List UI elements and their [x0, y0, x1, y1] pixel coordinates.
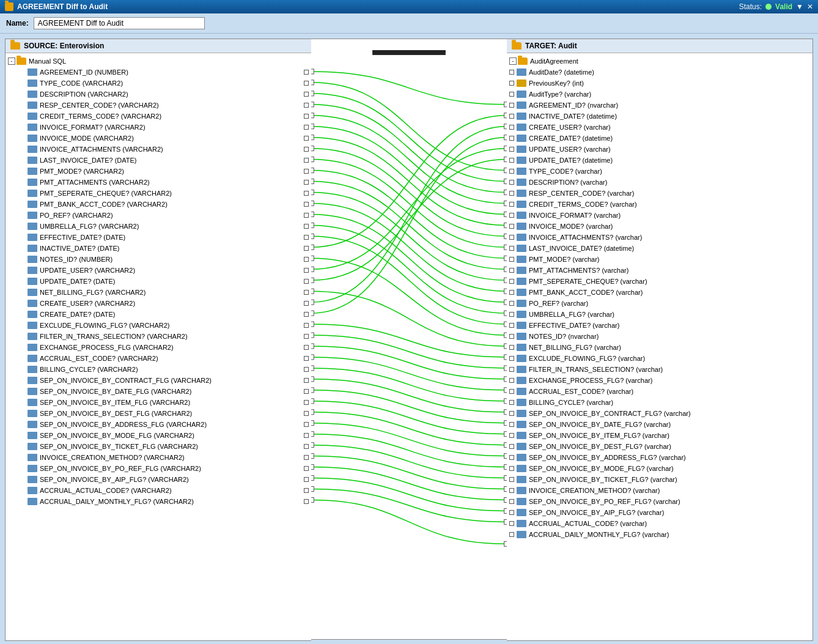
field-icon [517, 333, 526, 340]
source-field-item: UPDATE_DATE? (DATE) [6, 276, 311, 287]
close-icon[interactable]: ✕ [807, 2, 813, 11]
connector-dot-left [509, 136, 514, 141]
field-label: RESP_CENTER_CODE? (VARCHAR2) [40, 102, 159, 109]
connector-dot-left [509, 367, 514, 372]
field-label: UMBRELLA_FLG? (varchar) [529, 311, 614, 318]
field-label: SEP_ON_INVOICE_BY_CONTRACT_FLG? (varchar… [529, 410, 691, 417]
connector-dot-left [509, 125, 514, 130]
source-field-item: PMT_BANK_ACCT_CODE? (VARCHAR2) [6, 199, 311, 210]
source-field-item: SEP_ON_INVOICE_BY_AIP_FLG? (VARCHAR2) [6, 474, 311, 485]
connector-dot-right [304, 312, 309, 317]
name-input[interactable] [34, 17, 205, 29]
field-label: NET_BILLING_FLG? (VARCHAR2) [40, 289, 146, 296]
connector-dot-right [304, 378, 309, 383]
field-label: PreviousKey? (int) [529, 80, 584, 87]
source-field-item: SEP_ON_INVOICE_BY_TICKET_FLG (VARCHAR2) [6, 441, 311, 452]
connector-dot-left [509, 400, 514, 405]
svg-rect-57 [311, 377, 314, 382]
field-icon [28, 80, 37, 87]
field-icon [28, 498, 37, 505]
field-label: ACCRUAL_ACTUAL_CODE? (varchar) [529, 520, 647, 527]
field-icon [517, 124, 526, 131]
field-label: SEP_ON_INVOICE_BY_ITEM_FLG (VARCHAR2) [40, 399, 190, 406]
target-field-item: SEP_ON_INVOICE_BY_DEST_FLG? (varchar) [507, 441, 812, 452]
field-label: PMT_SEPERATE_CHEQUE? (VARCHAR2) [40, 190, 172, 197]
field-icon [517, 146, 526, 153]
field-label: SEP_ON_INVOICE_BY_ITEM_FLG? (varchar) [529, 432, 669, 439]
target-folder-icon [512, 42, 521, 50]
field-label: SEP_ON_INVOICE_BY_TICKET_FLG? (varchar) [529, 476, 677, 483]
target-field-item: UMBRELLA_FLG? (varchar) [507, 309, 812, 320]
field-label: INACTIVE_DATE? (DATE) [40, 245, 119, 252]
connector-dot-left [509, 301, 514, 306]
svg-rect-25 [311, 201, 314, 205]
svg-rect-61 [311, 399, 314, 404]
target-field-item: BILLING_CYCLE? (varchar) [507, 397, 812, 408]
target-field-item: ACCRUAL_ACTUAL_CODE? (varchar) [507, 518, 812, 529]
field-label: EXCLUDE_FLOWING_FLG? (VARCHAR2) [40, 322, 170, 329]
field-label: LAST_INVOICE_DATE? (DATE) [40, 157, 137, 164]
source-field-item: UMBRELLA_FLG? (VARCHAR2) [6, 221, 311, 232]
target-field-item: ACCRUAL_DAILY_MONTHLY_FLG? (varchar) [507, 529, 812, 540]
field-icon [28, 300, 37, 307]
field-label: ACCRUAL_ACTUAL_CODE? (VARCHAR2) [40, 487, 172, 494]
field-icon [517, 278, 526, 285]
source-field-item: SEP_ON_INVOICE_BY_DEST_FLG (VARCHAR2) [6, 408, 311, 419]
connector-dot-right [304, 400, 309, 405]
connector-dot-left [509, 180, 514, 185]
target-root-item: - AuditAgreement [507, 56, 812, 67]
connector-dot-left [509, 521, 514, 526]
target-field-item: ACCRUAL_EST_CODE? (varchar) [507, 386, 812, 397]
connector-dot-left [509, 334, 514, 339]
target-field-item: PreviousKey? (int) [507, 78, 812, 89]
field-icon [517, 421, 526, 428]
field-icon [28, 344, 37, 351]
connector-dot-right [304, 158, 309, 163]
connector-dot-left [509, 312, 514, 317]
manual-sql-label: Manual SQL [29, 57, 66, 65]
svg-rect-53 [311, 355, 314, 360]
svg-rect-11 [311, 124, 314, 129]
target-field-item: UPDATE_DATE? (datetime) [507, 155, 812, 166]
svg-rect-69 [311, 443, 314, 448]
target-field-item: UPDATE_USER? (varchar) [507, 144, 812, 155]
field-label: AuditType? (varchar) [529, 91, 591, 98]
connector-dot-right [304, 411, 309, 416]
field-icon [517, 212, 526, 219]
field-label: SEP_ON_INVOICE_BY_DEST_FLG? (varchar) [529, 443, 671, 450]
field-label: UPDATE_USER? (VARCHAR2) [40, 267, 135, 274]
field-icon [517, 465, 526, 472]
connector-dot-right [304, 224, 309, 229]
field-icon [517, 487, 526, 494]
field-icon [28, 212, 37, 219]
source-field-item: EXCHANGE_PROCESS_FLG (VARCHAR2) [6, 342, 311, 353]
svg-rect-77 [311, 487, 314, 492]
chevron-down-icon[interactable]: ▼ [796, 2, 803, 11]
svg-rect-1 [311, 69, 314, 74]
manual-sql-folder [17, 57, 26, 65]
source-field-item: ACCRUAL_ACTUAL_CODE? (VARCHAR2) [6, 485, 311, 496]
source-header-label: SOURCE: Enterovision [24, 42, 104, 50]
source-field-item: RESP_CENTER_CODE? (VARCHAR2) [6, 100, 311, 111]
connector-dot-left [509, 169, 514, 174]
connector-dot-left [509, 466, 514, 471]
svg-rect-65 [311, 421, 314, 426]
field-label: EXCLUDE_FLOWING_FLG? (varchar) [529, 355, 645, 362]
target-field-item: LAST_INVOICE_DATE? (datetime) [507, 243, 812, 254]
source-header: SOURCE: Enterovision [6, 39, 311, 53]
connector-dot-left [509, 114, 514, 119]
field-icon [28, 190, 37, 197]
target-field-item: PO_REF? (varchar) [507, 298, 812, 309]
target-expand-icon[interactable]: - [509, 57, 517, 65]
svg-rect-13 [311, 135, 314, 140]
field-label: SEP_ON_INVOICE_BY_ADDRESS_FLG (VARCHAR2) [40, 421, 207, 428]
field-label: SEP_ON_INVOICE_BY_ADDRESS_FLG? (varchar) [529, 454, 686, 461]
field-label: INVOICE_ATTACHMENTS? (varchar) [529, 234, 642, 241]
connector-dot-left [509, 70, 514, 75]
target-field-item: SEP_ON_INVOICE_BY_TICKET_FLG? (varchar) [507, 474, 812, 485]
expand-icon[interactable]: - [8, 57, 15, 65]
title: AGREEMENT Diff to Audit [5, 2, 108, 11]
source-field-item: FILTER_IN_TRANS_SELECTION? (VARCHAR2) [6, 331, 311, 342]
target-panel: TARGET: Audit - AuditAgreement AuditDate… [507, 39, 813, 641]
field-label: SEP_ON_INVOICE_BY_AIP_FLG? (varchar) [529, 509, 664, 516]
